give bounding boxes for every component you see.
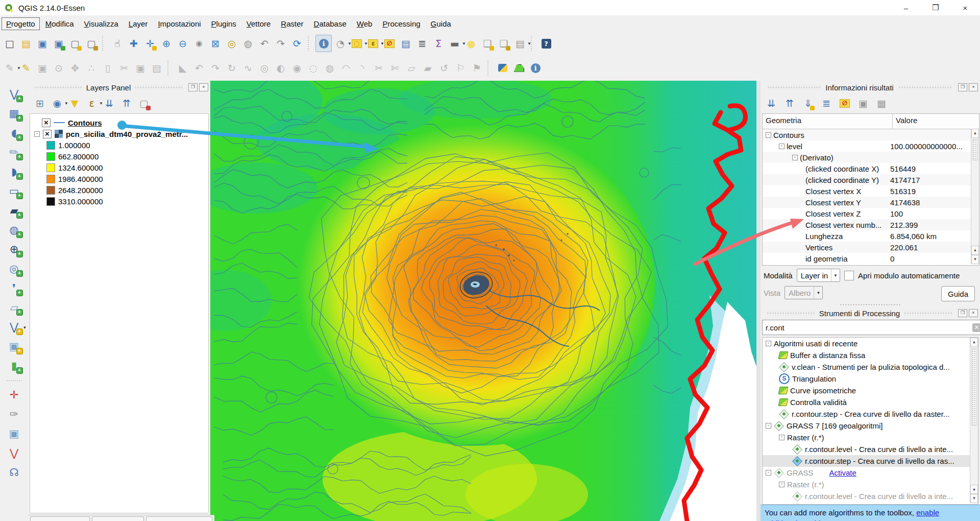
clear-results-icon[interactable]: ∅ (837, 95, 852, 111)
move-feature-icon[interactable]: ✥ (67, 60, 83, 76)
add-db2-layer-icon[interactable]: ▰+ (6, 202, 23, 219)
menu-database[interactable]: Database (309, 17, 351, 30)
table-row[interactable]: Closest vertex Y4174638 (763, 197, 979, 208)
float-panel-button[interactable]: ❐ (188, 83, 198, 91)
add-oracle-layer-icon[interactable]: ▭+ (6, 183, 23, 200)
split-parts-icon[interactable]: ✄ (387, 60, 403, 76)
modalita-combobox[interactable]: Layer in ▼ (797, 269, 840, 282)
delete-part-icon[interactable]: ◍ (322, 60, 337, 76)
scroll-up-button[interactable]: ▲ (971, 246, 979, 255)
menu-impostazioni[interactable]: Impostazioni (153, 17, 205, 30)
touch-tool-icon[interactable]: ☝ (110, 35, 125, 52)
algorithm-item[interactable]: Curve ipsometriche (763, 385, 978, 396)
float-panel-button[interactable]: ❐ (958, 83, 967, 91)
pan-to-selection-tool-icon[interactable]: ✛ (142, 35, 158, 52)
deselect-all-icon[interactable]: ∅ (382, 35, 397, 52)
algorithm-item[interactable]: -GRASS 7 [169 geoalgoritmi] (763, 420, 978, 432)
zoom-to-selection-tool-icon[interactable]: ◎ (224, 35, 239, 52)
text-annotation-icon[interactable]: ▤▼ (512, 35, 528, 52)
metasearch-icon[interactable]: ☊ (6, 464, 23, 481)
expand-new-results-icon[interactable]: ⇓ (800, 95, 816, 111)
algorithm-item[interactable]: r.contour.step - Crea curve di livello d… (763, 455, 978, 467)
algorithm-item[interactable]: STriangulation (763, 373, 978, 385)
zoom-in-tool-icon[interactable]: ⊕ (159, 35, 174, 52)
statistics-panel-icon[interactable]: ≣ (414, 35, 430, 52)
show-sum-icon[interactable]: Σ (431, 35, 446, 52)
filter-legend-icon[interactable]: ▼ (67, 95, 82, 111)
measure-tool-icon[interactable]: ▬▼ (447, 35, 462, 52)
scroll-up-button[interactable]: ▲ (971, 129, 979, 138)
help-icon[interactable]: ? (538, 35, 554, 52)
menu-layer[interactable]: Layer (124, 17, 153, 30)
redo-icon[interactable]: ↷ (208, 60, 223, 76)
dock-handle[interactable] (767, 311, 815, 315)
merge-features-icon[interactable]: ▱ (404, 60, 419, 76)
current-edits-icon[interactable]: ✎▼ (2, 60, 17, 76)
float-panel-button[interactable]: ❐ (958, 309, 967, 317)
run-feature-action-icon[interactable]: ◔▼ (333, 35, 348, 52)
delete-selected-icon[interactable]: ▯ (100, 60, 115, 76)
zoom-last-tool-icon[interactable]: ↶ (257, 35, 272, 52)
column-header-geometria[interactable]: Geometria (763, 114, 893, 129)
add-ring-icon[interactable]: ◎ (257, 60, 272, 76)
dock-handle[interactable] (904, 311, 952, 315)
algorithm-item[interactable]: Buffer a distanza fissa (763, 349, 978, 361)
algorithm-item[interactable]: r.contour.step - Crea curve di livello d… (763, 408, 978, 420)
undo-icon[interactable]: ↶ (191, 60, 207, 76)
map-tips-icon[interactable]: ● (463, 35, 479, 52)
algorithm-item[interactable]: -Raster (r.*) (763, 432, 978, 443)
coordinate-capture-icon[interactable]: ✛ (6, 387, 23, 404)
close-button[interactable]: × (950, 0, 980, 15)
algorithm-item[interactable]: v.clean - Strumenti per la pulizia topol… (763, 361, 978, 373)
expander-icon[interactable]: - (766, 132, 771, 138)
tree-scrollbar[interactable]: ▲ ▲ ▼ (970, 338, 978, 503)
manage-visibility-icon[interactable]: ◉▼ (50, 95, 65, 111)
offset-point-symbols-icon[interactable]: ✑ (6, 406, 23, 423)
menu-guida[interactable]: Guida (426, 17, 456, 30)
select-by-expression-tool-icon[interactable]: ε▼ (365, 35, 381, 52)
table-row[interactable]: id geometria0 (763, 253, 979, 264)
split-features-icon[interactable]: ✂ (371, 60, 386, 76)
reshape-features-icon[interactable]: ◠ (338, 60, 354, 76)
algorithm-item[interactable]: Controlla validità (763, 396, 978, 408)
guida-button[interactable]: Guida (941, 286, 975, 301)
dock-handle[interactable] (135, 85, 183, 89)
menu-progetto[interactable]: Progetto (2, 17, 40, 30)
menu-web[interactable]: Web (352, 17, 377, 30)
expander-icon[interactable]: - (766, 470, 771, 476)
open-attribute-table-icon[interactable]: ▤ (398, 35, 413, 52)
project-save-as-icon[interactable]: ▣ (51, 35, 66, 52)
processing-search-input[interactable]: r.cont ✕ (762, 320, 980, 335)
menu-plugins[interactable]: Plugins (207, 17, 241, 30)
vista-combobox[interactable]: Albero ▼ (785, 286, 823, 299)
grass-region-icon[interactable] (511, 60, 527, 76)
zoom-full-tool-icon[interactable]: ⊠ (208, 35, 223, 52)
simplify-feature-icon[interactable]: ∿ (240, 60, 256, 76)
table-row[interactable]: (clicked coordinate Y)4174717 (763, 174, 979, 185)
cut-features-icon[interactable]: ✂ (116, 60, 132, 76)
expander-icon[interactable]: - (779, 144, 785, 149)
paste-features-icon[interactable]: ▤ (149, 60, 164, 76)
apri-modulo-checkbox[interactable] (844, 271, 854, 280)
scroll-down-button[interactable]: ▼ (971, 255, 979, 264)
menu-visualizza[interactable]: Visualizza (80, 17, 123, 30)
table-row[interactable]: -level100.000000000000... (763, 140, 979, 152)
table-row[interactable]: Closest vertex X516319 (763, 185, 979, 197)
expander-icon[interactable]: - (766, 423, 771, 429)
layer-item[interactable]: ×Contours (30, 117, 208, 128)
table-row[interactable]: Vertices220.061 (763, 242, 979, 253)
expand-all-icon[interactable]: ⇊ (102, 95, 117, 111)
expand-all-results-icon[interactable]: ⇊ (764, 95, 779, 111)
toggle-editing-icon[interactable]: ✎ (18, 60, 34, 76)
zoom-next-tool-icon[interactable]: ↷ (273, 35, 288, 52)
filter-by-expression-icon[interactable]: ε▼ (84, 95, 100, 111)
add-feature-icon[interactable]: ⊙ (51, 60, 66, 76)
gps-information-icon[interactable]: ▣ (6, 425, 23, 442)
scroll-down-button[interactable]: ▼ (970, 494, 978, 503)
whats-this-icon[interactable]: ℹ (528, 60, 543, 76)
algorithm-item[interactable]: -Raster (r.*) (763, 479, 978, 490)
menu-processing[interactable]: Processing (378, 17, 425, 30)
column-header-valore[interactable]: Valore (893, 114, 920, 129)
table-scrollbar[interactable]: ▲ ▲ ▼ (971, 129, 979, 264)
project-new-icon[interactable]: □ (2, 35, 17, 52)
